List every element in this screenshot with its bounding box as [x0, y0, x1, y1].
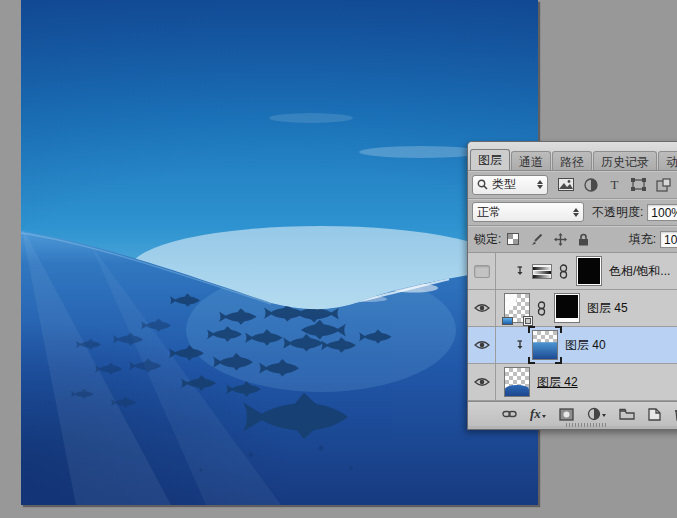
layer-filter-row: 类型 T: [468, 171, 677, 199]
fill-label: 填充:: [629, 231, 656, 248]
new-adjustment-layer-icon[interactable]: [587, 407, 606, 421]
fill-input[interactable]: 100%: [660, 231, 677, 248]
layer-row-40[interactable]: 图层 40: [468, 327, 677, 364]
visibility-toggle[interactable]: [468, 253, 496, 289]
document-canvas[interactable]: [21, 0, 538, 505]
layer-42-thumbnail[interactable]: [504, 367, 530, 397]
layer-45-thumbnail[interactable]: [504, 293, 530, 323]
layer-styles-button[interactable]: fx: [530, 406, 546, 422]
tab-history[interactable]: 历史记录: [593, 151, 657, 170]
type-layer-filter-icon[interactable]: T: [608, 178, 621, 191]
new-group-icon[interactable]: [619, 408, 635, 420]
layer-name[interactable]: 图层 45: [587, 300, 628, 317]
lock-transparency-icon[interactable]: [507, 233, 519, 245]
visibility-toggle[interactable]: [468, 290, 496, 326]
mask-link-icon[interactable]: [559, 264, 569, 279]
add-layer-mask-icon[interactable]: [559, 408, 574, 421]
layers-list: 色相/饱和... 图层 45: [468, 253, 677, 401]
lock-label: 锁定:: [474, 231, 501, 248]
eye-icon: [474, 340, 490, 350]
smart-object-filter-icon[interactable]: [656, 178, 671, 192]
blend-mode-select[interactable]: 正常: [472, 202, 584, 222]
opacity-label: 不透明度:: [592, 204, 643, 221]
panel-tab-bar: 图层 通道 路径 历史记录 动作: [468, 142, 677, 171]
hue-saturation-thumbnail[interactable]: [532, 264, 552, 279]
visibility-toggle[interactable]: [468, 364, 496, 400]
blend-mode-value: 正常: [477, 204, 501, 221]
layer-row-45[interactable]: 图层 45: [468, 290, 677, 327]
dropdown-arrow-icon: [602, 414, 606, 417]
lock-position-move-icon[interactable]: [554, 233, 567, 246]
smart-object-badge-icon: [523, 316, 533, 326]
ocean-scene: [21, 0, 538, 505]
visibility-toggle[interactable]: [468, 327, 496, 363]
link-layers-icon[interactable]: [502, 409, 517, 419]
panel-resize-grip[interactable]: [566, 423, 608, 427]
lock-pixels-brush-icon[interactable]: [530, 233, 543, 246]
layers-panel: 图层 通道 路径 历史记录 动作 类型 T: [467, 141, 677, 430]
layer-name[interactable]: 图层 42: [537, 374, 578, 391]
adjustment-layer-filter-icon[interactable]: [584, 178, 598, 192]
tab-channels[interactable]: 通道: [511, 151, 551, 170]
tab-actions[interactable]: 动作: [658, 151, 677, 170]
layer-row-hue-saturation[interactable]: 色相/饱和...: [468, 253, 677, 290]
opacity-input[interactable]: 100%: [647, 204, 677, 221]
dropdown-arrow-icon: [542, 415, 546, 418]
new-layer-icon[interactable]: [648, 408, 661, 421]
select-arrows-icon: [537, 180, 543, 189]
eye-icon: [474, 303, 490, 313]
mini-image-badge: [502, 317, 513, 325]
clipping-mask-arrow-icon: [516, 266, 525, 276]
shape-layer-filter-icon[interactable]: [631, 178, 646, 191]
layers-panel-toolbar: fx: [468, 401, 677, 426]
mask-link-icon[interactable]: [537, 301, 547, 316]
lock-all-icon[interactable]: [578, 233, 589, 246]
tab-paths[interactable]: 路径: [552, 151, 592, 170]
layer-name[interactable]: 图层 40: [565, 337, 606, 354]
svg-text:T: T: [611, 178, 619, 191]
lock-row: 锁定: 填充: 100%: [468, 226, 677, 253]
eye-icon: [474, 377, 490, 387]
select-arrows-icon: [573, 208, 579, 217]
pixel-layer-filter-icon[interactable]: [558, 178, 574, 191]
blend-mode-row: 正常 不透明度: 100%: [468, 199, 677, 226]
tab-layers[interactable]: 图层: [470, 149, 510, 170]
layer-40-thumbnail[interactable]: [532, 330, 558, 360]
filter-kind-label: 类型: [492, 176, 516, 193]
eye-hidden-icon: [474, 265, 490, 278]
layer-row-42[interactable]: 图层 42: [468, 364, 677, 401]
search-icon: [477, 179, 488, 190]
layer-mask-thumbnail[interactable]: [576, 256, 602, 286]
layer-mask-thumbnail[interactable]: [554, 293, 580, 323]
filter-kind-select[interactable]: 类型: [472, 175, 548, 195]
clipping-mask-arrow-icon: [516, 340, 525, 350]
layer-name[interactable]: 色相/饱和...: [609, 263, 670, 280]
